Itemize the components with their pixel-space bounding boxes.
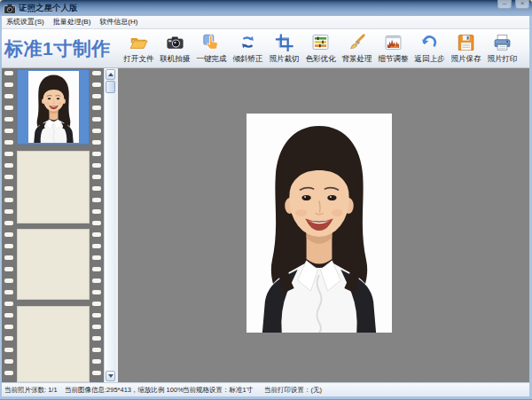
thumbnail-portrait	[28, 71, 79, 143]
menu-system-settings[interactable]: 系统设置(S)	[2, 16, 49, 28]
camera-icon	[165, 33, 185, 52]
toolbar-button-label: 联机拍摄	[160, 54, 191, 63]
current-photo[interactable]	[246, 114, 392, 333]
panel-divider	[116, 68, 118, 382]
color-bars-icon	[310, 33, 331, 52]
toolbar-button-label: 一键完成	[197, 54, 227, 63]
scrollbar-thumb[interactable]	[106, 81, 115, 93]
menu-bar: 系统设置(S) 批量处理(B) 软件信息(H)	[0, 16, 532, 29]
filmstrip-empty-frame	[17, 151, 90, 224]
minimize-button[interactable]: –	[497, 0, 512, 9]
tilt-correction-button[interactable]: 倾斜矫正	[230, 31, 266, 67]
toolbar-button-label: 细节调整	[379, 54, 409, 63]
toolbar-button-label: 打开文件	[124, 54, 154, 63]
toolbar-button-label: 照片打印	[488, 54, 518, 63]
app-camera-icon	[4, 4, 16, 14]
filmstrip-thumbnail-selected[interactable]	[17, 69, 90, 145]
toolbar-button-label: 倾斜矫正	[233, 54, 263, 63]
detail-adjust-button[interactable]: 细节调整	[375, 31, 411, 67]
undo-step-button[interactable]: 返回上步	[411, 31, 448, 67]
menu-batch-process[interactable]: 批量处理(B)	[49, 16, 96, 28]
window-title: 证照之星个人版	[19, 3, 78, 14]
rotate-arrows-icon	[238, 33, 258, 52]
background-process-button[interactable]: 背景处理	[339, 31, 375, 67]
undo-arrow-icon	[419, 33, 440, 52]
open-folder-icon	[129, 33, 149, 52]
status-bar: 当前照片张数: 1/1 当前图像信息:295*413，缩放比例 100% 当前规…	[0, 382, 532, 396]
color-optimize-button[interactable]: 色彩优化	[302, 31, 339, 67]
toolbar-button-label: 背景处理	[342, 54, 372, 63]
app-window: 证照之星个人版 – × 系统设置(S) 批量处理(B) 软件信息(H) 标准1寸…	[0, 0, 532, 400]
filmstrip-panel	[2, 68, 104, 382]
photo-crop-button[interactable]: 照片裁切	[266, 31, 302, 67]
histogram-icon	[383, 33, 403, 52]
save-floppy-icon	[456, 33, 476, 52]
filmstrip-empty-frame	[17, 306, 90, 382]
print-photo-button[interactable]: 照片打印	[484, 31, 520, 67]
mode-title: 标准1寸制作	[4, 36, 111, 61]
scroll-down-button[interactable]	[106, 371, 115, 381]
filmstrip-scrollbar[interactable]	[104, 68, 116, 382]
close-button[interactable]: ×	[515, 0, 529, 9]
open-file-button[interactable]: 打开文件	[121, 31, 157, 67]
editing-canvas	[118, 68, 529, 382]
toolbar-button-label: 照片裁切	[270, 54, 300, 63]
toolbar-button-label: 返回上步	[415, 54, 445, 63]
filmstrip-empty-frame	[17, 229, 90, 300]
window-border-left	[0, 16, 2, 396]
crop-icon	[274, 33, 294, 52]
status-spec-setting: 当前规格设置：标准1寸	[183, 383, 253, 396]
camera-capture-button[interactable]: 联机拍摄	[157, 31, 193, 67]
toolbar: 标准1寸制作 打开文件 联机拍摄	[0, 29, 532, 68]
paint-brush-icon	[347, 33, 367, 52]
printer-icon	[492, 33, 512, 52]
scroll-up-button[interactable]	[106, 69, 115, 80]
toolbar-buttons: 打开文件 联机拍摄 一键完成	[121, 31, 520, 67]
title-bar: 证照之星个人版 – ×	[0, 0, 532, 16]
arrow-down-icon	[108, 374, 113, 378]
save-photo-button[interactable]: 照片保存	[448, 31, 484, 67]
portrait-photo	[246, 114, 392, 333]
one-click-finish-button[interactable]: 一键完成	[193, 31, 230, 67]
menu-software-info[interactable]: 软件信息(H)	[95, 16, 142, 28]
film-sprocket-holes-right	[92, 71, 101, 375]
status-print-setting: 当前打印设置：(无)	[264, 383, 322, 396]
toolbar-button-label: 色彩优化	[306, 54, 336, 63]
status-photo-count: 当前照片张数: 1/1	[4, 383, 58, 396]
one-click-hand-icon	[201, 33, 222, 52]
status-image-info: 当前图像信息:295*413，缩放比例 100%	[65, 383, 184, 396]
arrow-up-icon	[108, 73, 113, 76]
film-sprocket-holes-left	[4, 71, 13, 375]
window-border-bottom	[0, 396, 532, 400]
toolbar-button-label: 照片保存	[451, 54, 481, 63]
